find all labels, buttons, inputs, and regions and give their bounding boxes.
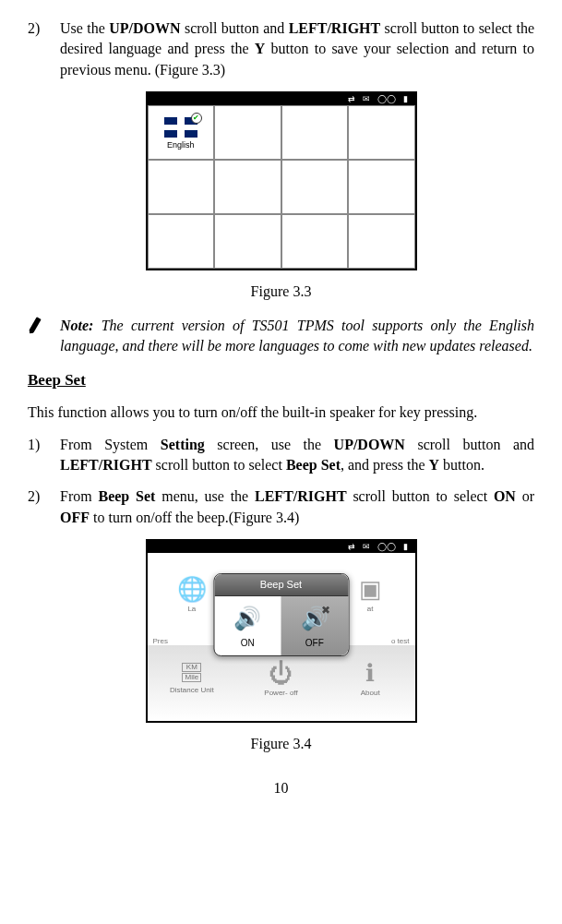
- page-number: 10: [28, 778, 534, 798]
- status-bar: ⇄ ✉ ◯◯ ▮: [148, 541, 415, 553]
- off-label: OFF: [305, 637, 324, 650]
- beep-set-description: This function allows you to turn on/off …: [28, 402, 534, 423]
- link-icon: ◯◯: [377, 541, 396, 553]
- beep-option-on: 🔊 ON: [214, 596, 281, 655]
- beep-step-1: 1) From System Setting screen, use the U…: [28, 435, 534, 476]
- check-icon: ✔: [191, 113, 202, 124]
- step-2: 2) Use the UP/DOWN scroll button and LEF…: [28, 18, 534, 80]
- step-number: 2): [28, 486, 60, 528]
- screenshot-lang-select: ⇄ ✉ ◯◯ ▮ ✔ English: [146, 91, 417, 270]
- language-grid: ✔ English: [148, 105, 415, 269]
- usb-icon: ⇄: [348, 541, 355, 553]
- status-bar: ⇄ ✉ ◯◯ ▮: [148, 93, 415, 105]
- lang-english-cell: ✔ English: [148, 105, 215, 160]
- on-label: ON: [241, 637, 255, 650]
- link-icon: ◯◯: [377, 93, 396, 105]
- note-block: Note: The current version of TS501 TPMS …: [28, 316, 534, 357]
- speaker-on-icon: 🔊: [233, 603, 261, 634]
- info-icon: ℹ: [365, 661, 375, 685]
- bg-test-label: o test: [391, 636, 410, 646]
- screenshot-beep-set: ⇄ ✉ ◯◯ ▮ 🌐 La ▣ at KM Mile: [146, 539, 417, 723]
- figure-3-4: ⇄ ✉ ◯◯ ▮ 🌐 La ▣ at KM Mile: [28, 539, 534, 723]
- step-text: From Beep Set menu, use the LEFT/RIGHT s…: [60, 486, 534, 528]
- figure-3-3-caption: Figure 3.3: [28, 282, 534, 302]
- settings-background: 🌐 La ▣ at KM Mile Distance Unit ⏻: [148, 553, 415, 721]
- battery-icon: ▮: [403, 541, 408, 553]
- note-pencil-icon: [28, 316, 60, 357]
- step-number: 2): [28, 18, 60, 80]
- mail-icon: ✉: [363, 93, 370, 105]
- uk-flag-icon: ✔: [164, 117, 197, 138]
- calendar-icon: ▣: [359, 577, 382, 601]
- mail-icon: ✉: [363, 541, 370, 553]
- step-text: Use the UP/DOWN scroll button and LEFT/R…: [60, 18, 534, 80]
- step-text: From System Setting screen, use the UP/D…: [60, 435, 534, 476]
- popup-body: 🔊 ON 🔊✖ OFF: [214, 596, 348, 655]
- speaker-off-icon: 🔊✖: [301, 603, 329, 634]
- note-text: Note: The current version of TS501 TPMS …: [60, 316, 534, 357]
- beep-option-off: 🔊✖ OFF: [281, 596, 349, 655]
- step-number: 1): [28, 435, 60, 476]
- lang-label: English: [167, 139, 195, 151]
- figure-3-3: ⇄ ✉ ◯◯ ▮ ✔ English: [28, 91, 534, 270]
- beep-set-popup: Beep Set 🔊 ON 🔊✖ OFF: [213, 573, 349, 656]
- battery-icon: ▮: [403, 93, 408, 105]
- beep-set-heading: Beep Set: [28, 369, 534, 391]
- globe-icon: 🌐: [177, 577, 207, 601]
- bg-pressure-label: Pres: [153, 636, 168, 646]
- figure-3-4-caption: Figure 3.4: [28, 734, 534, 754]
- beep-step-2: 2) From Beep Set menu, use the LEFT/RIGH…: [28, 486, 534, 528]
- popup-title: Beep Set: [214, 574, 348, 596]
- usb-icon: ⇄: [348, 93, 355, 105]
- power-icon: ⏻: [269, 661, 293, 685]
